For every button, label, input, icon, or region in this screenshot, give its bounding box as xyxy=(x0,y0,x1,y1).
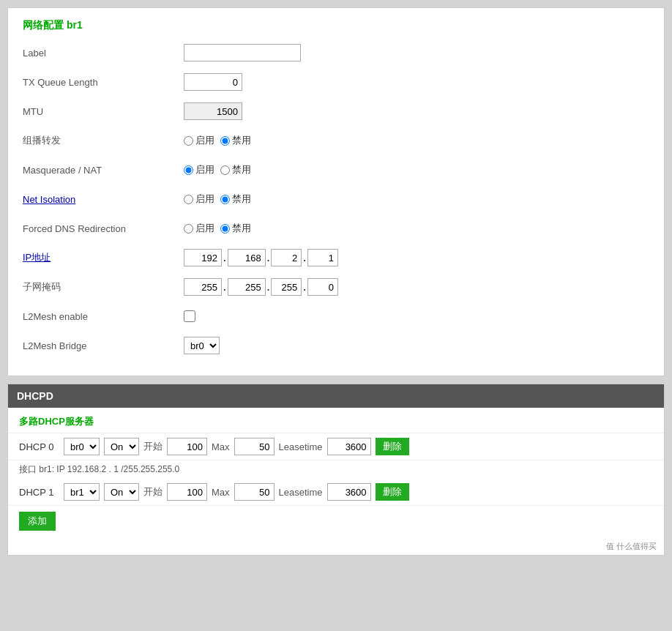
ip-octet3[interactable] xyxy=(271,249,302,266)
l2mesh-bridge-row: L2Mesh Bridge br0 br1 xyxy=(23,335,649,356)
multicast-enable-input[interactable] xyxy=(184,136,193,146)
forced-dns-enable-input[interactable] xyxy=(184,224,193,234)
network-config-section: 网络配置 br1 Label TX Queue Length MTU 组播转发 xyxy=(7,7,665,376)
dhcpd-header: DHCPD xyxy=(8,384,664,408)
dhcp1-leasetime-input[interactable] xyxy=(327,483,371,501)
dhcp0-leasetime-label: Leasetime xyxy=(279,441,323,452)
dhcp0-id: DHCP 0 xyxy=(19,441,59,452)
masquerade-enable-input[interactable] xyxy=(184,165,193,175)
net-isolation-disable-input[interactable] xyxy=(220,195,230,204)
forced-dns-control: 启用 禁用 xyxy=(184,222,251,235)
dhcp1-leasetime-label: Leasetime xyxy=(279,487,323,498)
network-config-title: 网络配置 br1 xyxy=(23,19,649,32)
subnet-octet1[interactable] xyxy=(184,278,222,296)
multicast-row: 组播转发 启用 禁用 xyxy=(23,130,649,151)
forced-dns-disable-input[interactable] xyxy=(220,224,230,234)
dhcp1-delete-button[interactable]: 删除 xyxy=(376,483,409,501)
ip-dot3: . xyxy=(302,253,307,264)
forced-dns-row: Forced DNS Redirection 启用 禁用 xyxy=(23,218,649,239)
label-field-control xyxy=(184,44,301,61)
forced-dns-label: Forced DNS Redirection xyxy=(23,223,184,234)
forced-dns-disable-label: 禁用 xyxy=(232,222,251,235)
label-field-label: Label xyxy=(23,48,184,59)
mtu-label: MTU xyxy=(23,106,184,117)
net-isolation-enable-label: 启用 xyxy=(195,193,214,206)
subnet-octet3[interactable] xyxy=(271,278,302,296)
dhcp1-id: DHCP 1 xyxy=(19,487,59,498)
mtu-input[interactable] xyxy=(184,102,242,120)
ip-dot2: . xyxy=(266,253,272,264)
dhcp0-bridge-select[interactable]: br0 br1 xyxy=(64,438,100,455)
masquerade-enable-radio[interactable]: 启用 xyxy=(184,163,214,176)
multicast-disable-input[interactable] xyxy=(220,136,230,146)
subnet-mask-row: 子网掩码 . . . xyxy=(23,277,649,297)
subnet-dot3: . xyxy=(302,282,307,293)
masquerade-disable-input[interactable] xyxy=(220,165,230,175)
dhcp0-row: DHCP 0 br0 br1 On Off 开始 Max Leasetime 删… xyxy=(8,433,664,460)
subnet-octet4[interactable] xyxy=(307,278,338,296)
l2mesh-enable-control xyxy=(184,310,195,322)
dhcp1-row: DHCP 1 br0 br1 On Off 开始 Max Leasetime 删… xyxy=(8,479,664,506)
label-row: Label xyxy=(23,42,649,63)
dhcp1-start-label: 开始 xyxy=(143,485,163,499)
dhcp0-start-input[interactable] xyxy=(167,438,207,455)
dhcp1-max-input[interactable] xyxy=(234,483,275,501)
l2mesh-enable-label: L2Mesh enable xyxy=(23,311,184,322)
masquerade-row: Masquerade / NAT 启用 禁用 xyxy=(23,160,649,180)
net-isolation-label[interactable]: Net Isolation xyxy=(23,194,184,205)
multicast-disable-label: 禁用 xyxy=(232,134,251,147)
l2mesh-bridge-select[interactable]: br0 br1 xyxy=(184,337,220,354)
subnet-mask-label: 子网掩码 xyxy=(23,280,184,294)
label-input[interactable] xyxy=(184,44,301,61)
tx-queue-input[interactable] xyxy=(184,73,242,91)
net-isolation-control: 启用 禁用 xyxy=(184,193,251,206)
ip-address-label[interactable]: IP地址 xyxy=(23,251,184,264)
mtu-control xyxy=(184,102,242,120)
ip-octet1[interactable] xyxy=(184,249,222,266)
multicast-label: 组播转发 xyxy=(23,134,184,147)
dhcpd-subtitle: 多路DHCP服务器 xyxy=(8,408,664,433)
dhcp1-start-input[interactable] xyxy=(167,483,207,501)
dhcp0-state-select[interactable]: On Off xyxy=(104,438,139,455)
ip-address-control: . . . xyxy=(184,249,338,266)
ip-dot1: . xyxy=(222,253,228,264)
masquerade-label: Masquerade / NAT xyxy=(23,165,184,176)
ip-octet4[interactable] xyxy=(307,249,338,266)
masquerade-disable-radio[interactable]: 禁用 xyxy=(220,163,251,176)
net-isolation-row: Net Isolation 启用 禁用 xyxy=(23,189,649,209)
subnet-octet2[interactable] xyxy=(228,278,266,296)
l2mesh-bridge-control: br0 br1 xyxy=(184,337,220,354)
subnet-dot1: . xyxy=(222,282,228,293)
ip-octet2[interactable] xyxy=(228,249,266,266)
ip-address-row: IP地址 . . . xyxy=(23,247,649,268)
forced-dns-enable-radio[interactable]: 启用 xyxy=(184,222,214,235)
dhcp1-max-label: Max xyxy=(212,487,230,498)
subnet-mask-control: . . . xyxy=(184,278,338,296)
forced-dns-disable-radio[interactable]: 禁用 xyxy=(220,222,251,235)
l2mesh-bridge-label: L2Mesh Bridge xyxy=(23,340,184,351)
mtu-row: MTU xyxy=(23,101,649,122)
dhcp0-max-label: Max xyxy=(212,441,230,452)
dhcp1-state-select[interactable]: On Off xyxy=(104,483,139,501)
watermark: 值 什么值得买 xyxy=(8,538,664,555)
net-isolation-disable-radio[interactable]: 禁用 xyxy=(220,193,251,206)
add-dhcp-button[interactable]: 添加 xyxy=(19,512,56,531)
l2mesh-enable-checkbox[interactable] xyxy=(184,310,195,322)
multicast-control: 启用 禁用 xyxy=(184,134,251,147)
dhcp0-max-input[interactable] xyxy=(234,438,275,455)
dhcp0-start-label: 开始 xyxy=(143,440,163,453)
dhcpd-section: DHCPD 多路DHCP服务器 DHCP 0 br0 br1 On Off 开始… xyxy=(7,384,665,556)
net-isolation-enable-input[interactable] xyxy=(184,195,193,204)
dhcp1-bridge-select[interactable]: br0 br1 xyxy=(64,483,100,501)
masquerade-control: 启用 禁用 xyxy=(184,163,251,176)
dhcp0-leasetime-input[interactable] xyxy=(327,438,371,455)
dhcp0-delete-button[interactable]: 删除 xyxy=(376,438,409,455)
net-isolation-enable-radio[interactable]: 启用 xyxy=(184,193,214,206)
l2mesh-enable-row: L2Mesh enable xyxy=(23,306,649,326)
multicast-disable-radio[interactable]: 禁用 xyxy=(220,134,251,147)
masquerade-enable-label: 启用 xyxy=(195,163,214,176)
tx-queue-row: TX Queue Length xyxy=(23,72,649,92)
forced-dns-enable-label: 启用 xyxy=(195,222,214,235)
multicast-enable-radio[interactable]: 启用 xyxy=(184,134,214,147)
dhcp-info-line: 接口 br1: IP 192.168.2 . 1 /255.255.255.0 xyxy=(8,460,664,479)
